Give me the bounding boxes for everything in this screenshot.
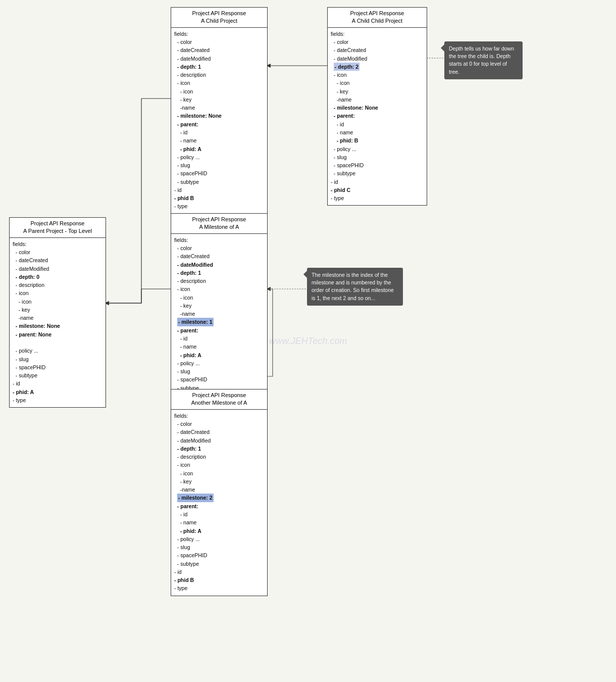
- card-milestone1-title1: Project API Response: [174, 216, 264, 223]
- tooltip-milestone: The milestone is the index of the milest…: [307, 268, 403, 306]
- card-child-header: Project API Response A Child Project: [171, 8, 267, 28]
- card-milestone2-header: Project API Response Another Milestone o…: [171, 389, 267, 410]
- tooltip-depth: Depth tells us how far down the tree the…: [444, 41, 523, 79]
- card-grandchild-title1: Project API Response: [331, 10, 424, 17]
- card-grandchild: Project API Response A Child Child Proje…: [327, 7, 427, 206]
- card-milestone2-body: fields: - color - dateCreated - dateModi…: [171, 410, 267, 596]
- watermark: www.JEHTech.com: [269, 336, 347, 347]
- card-grandchild-header: Project API Response A Child Child Proje…: [328, 8, 427, 28]
- card-milestone2-title1: Project API Response: [174, 392, 264, 399]
- card-milestone2: Project API Response Another Milestone o…: [171, 389, 268, 596]
- tooltip-milestone-text: The milestone is the index of the milest…: [312, 272, 394, 301]
- tooltip-depth-text: Depth tells us how far down the tree the…: [449, 45, 514, 75]
- milestone2-highlight: - milestone: 2: [177, 494, 214, 502]
- card-child-title1: Project API Response: [174, 10, 264, 17]
- card-child: Project API Response A Child Project fie…: [171, 7, 268, 214]
- card-parent: Project API Response A Parent Project - …: [9, 217, 106, 408]
- card-parent-body: fields: - color - dateCreated - dateModi…: [10, 238, 106, 407]
- card-parent-title1: Project API Response: [13, 220, 102, 227]
- card-child-title2: A Child Project: [174, 17, 264, 25]
- card-milestone2-title2: Another Milestone of A: [174, 399, 264, 407]
- card-parent-title2: A Parent Project - Top Level: [13, 227, 102, 235]
- card-parent-header: Project API Response A Parent Project - …: [10, 218, 106, 238]
- card-milestone1-header: Project API Response A Milestone of A: [171, 214, 267, 234]
- card-grandchild-title2: A Child Child Project: [331, 17, 424, 25]
- depth-highlight: - depth: 2: [334, 63, 360, 71]
- card-child-body: fields: - color - dateCreated - dateModi…: [171, 28, 267, 214]
- card-grandchild-body: fields: - color - dateCreated - dateModi…: [328, 28, 427, 206]
- card-milestone1-title2: A Milestone of A: [174, 223, 264, 231]
- milestone1-highlight: - milestone: 1: [177, 318, 214, 326]
